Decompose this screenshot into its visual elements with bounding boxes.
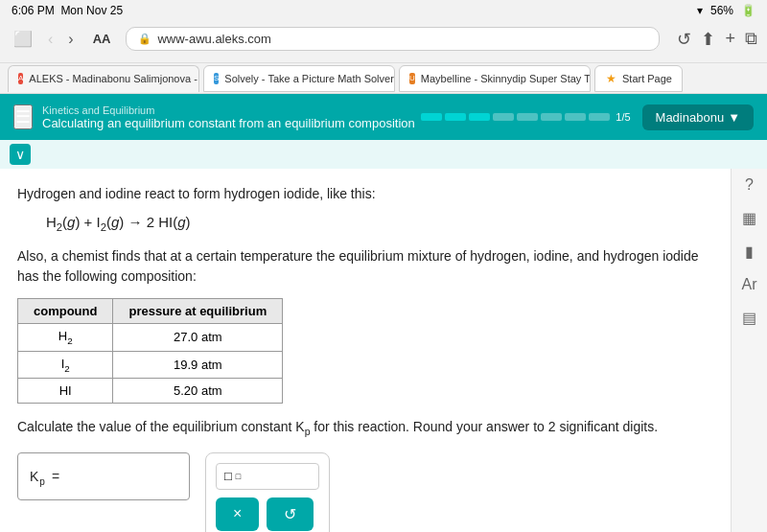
calc-question: Calculate the value of the equilibrium c… <box>17 419 713 437</box>
maybelline-favicon: U <box>409 73 415 84</box>
question-intro: Hydrogen and iodine react to form hydrog… <box>17 184 713 204</box>
status-bar: 6:06 PM Mon Nov 25 ▾ 56% 🔋 <box>0 0 767 21</box>
table-icon[interactable]: ▦ <box>742 209 756 227</box>
status-right: ▾ 56% 🔋 <box>697 4 755 17</box>
kp-answer-input[interactable] <box>73 469 150 484</box>
table-row-i2: I2 19.9 atm <box>18 351 283 379</box>
new-tab-button[interactable]: + <box>725 29 735 50</box>
browser-nav: ⬜ ‹ › AA 🔒 www-awu.aleks.com ↺ ⬆ + ⧉ <box>10 27 757 51</box>
periodic-table-icon[interactable]: Ar <box>742 276 757 293</box>
compound-h2: H2 <box>18 324 113 352</box>
calc-text-before: Calculate the value of the equilibrium c… <box>17 419 305 434</box>
lock-icon: 🔒 <box>138 33 151 45</box>
equilibrium-table: compound pressure at equilibrium H2 27.0… <box>17 298 283 404</box>
equation-block: H2(g) + I2(g) → 2 HI(g) <box>46 214 713 233</box>
kp-label: Kp = <box>30 469 65 484</box>
chevron-down-icon: ▼ <box>728 110 740 125</box>
browser-chrome: ⬜ ‹ › AA 🔒 www-awu.aleks.com ↺ ⬆ + ⧉ <box>0 21 767 63</box>
pressure-hi: 5.20 atm <box>113 379 283 404</box>
expand-button[interactable]: ∨ <box>10 144 31 165</box>
url-bar[interactable]: 🔒 www-awu.aleks.com <box>126 27 660 51</box>
tab-start-label: Start Page <box>622 73 672 84</box>
calc-display-box: □ <box>224 469 232 483</box>
progress-seg-3 <box>469 113 490 121</box>
progress-seg-2 <box>445 113 466 121</box>
equation-text: H2(g) + I2(g) → 2 HI(g) <box>46 214 191 230</box>
table-row-h2: H2 27.0 atm <box>18 324 283 352</box>
table-header-pressure: pressure at equilibrium <box>113 299 283 324</box>
page-title: Calculating an equilibrium constant from… <box>42 116 415 130</box>
url-text: www-awu.aleks.com <box>157 32 270 46</box>
tab-start[interactable]: ★ Start Page <box>594 65 683 92</box>
pressure-h2: 27.0 atm <box>113 324 283 352</box>
tabs-button[interactable]: ⧉ <box>745 29 757 50</box>
user-name: Madinabonu <box>656 110 725 125</box>
calc-buttons: × ↺ <box>216 497 319 531</box>
aleks-header-left: ☰ Kinetics and Equilibrium Calculating a… <box>13 104 415 130</box>
signal-strength: 56% <box>710 4 733 17</box>
equals-sign: = <box>52 469 59 484</box>
browser-actions: ↺ ⬆ + ⧉ <box>677 29 757 50</box>
calc-undo-button[interactable]: ↺ <box>267 497 314 531</box>
calc-display-superscript: □ <box>236 472 241 481</box>
also-text: Also, a chemist finds that at a certain … <box>17 246 713 287</box>
progress-seg-6 <box>541 113 562 121</box>
solvely-favicon: S <box>214 73 219 84</box>
share-button[interactable]: ⬆ <box>701 29 715 50</box>
hamburger-menu[interactable]: ☰ <box>13 104 33 129</box>
forward-button[interactable]: › <box>64 29 77 50</box>
wifi-icon: ▾ <box>697 4 703 17</box>
tab-solvely[interactable]: S Solvely - Take a Picture Math Solver..… <box>203 65 395 92</box>
aleks-header-right: 1/5 Madinabonu ▼ <box>421 104 754 130</box>
table-row-hi: HI 5.20 atm <box>18 379 283 404</box>
help-icon[interactable]: ? <box>745 176 754 194</box>
tabs-bar: A ALEKS - Madinabonu Salimjonova - L... … <box>0 63 767 94</box>
tab-solvely-label: Solvely - Take a Picture Math Solver... <box>224 73 395 84</box>
compound-i2: I2 <box>18 351 113 379</box>
battery-icon: 🔋 <box>741 4 755 17</box>
calculator-icon[interactable]: ▤ <box>742 309 756 327</box>
calc-display: □ □ <box>216 463 319 490</box>
star-favicon: ★ <box>605 73 616 84</box>
tab-aleks-label: ALEKS - Madinabonu Salimjonova - L... <box>29 73 199 84</box>
progress-seg-1 <box>421 113 442 121</box>
tab-aleks[interactable]: A ALEKS - Madinabonu Salimjonova - L... <box>8 65 199 92</box>
content-area: Hydrogen and iodine react to form hydrog… <box>0 169 731 532</box>
calc-clear-button[interactable]: × <box>216 497 259 531</box>
aleks-header: ☰ Kinetics and Equilibrium Calculating a… <box>0 94 767 140</box>
user-button[interactable]: Madinabonu ▼ <box>642 104 754 130</box>
aleks-favicon: A <box>18 73 23 84</box>
table-header-compound: compound <box>18 299 113 324</box>
input-section: Kp = □ □ × ↺ <box>17 452 713 532</box>
progress-seg-7 <box>565 113 586 121</box>
tab-maybelline-label: Maybelline - Skinnydip Super Stay Te... <box>421 73 591 84</box>
right-sidebar: ? ▦ ▮ Ar ▤ <box>731 169 767 532</box>
square-view-button[interactable]: ⬜ <box>10 28 36 50</box>
reload-button[interactable]: ↺ <box>677 29 691 50</box>
back-button[interactable]: ‹ <box>44 29 57 50</box>
compound-hi: HI <box>18 379 113 404</box>
kp-input-box: Kp = <box>17 452 190 500</box>
tab-maybelline[interactable]: U Maybelline - Skinnydip Super Stay Te..… <box>399 65 591 92</box>
main-layout: Hydrogen and iodine react to form hydrog… <box>0 169 767 532</box>
calc-text-after: for this reaction. Round your answer to … <box>310 419 658 434</box>
breadcrumb: Kinetics and Equilibrium <box>42 104 415 116</box>
progress-seg-4 <box>493 113 514 121</box>
kp-subscript: p <box>39 476 45 487</box>
aa-button[interactable]: AA <box>93 32 111 46</box>
pressure-i2: 19.9 atm <box>113 351 283 379</box>
progress-seg-5 <box>517 113 538 121</box>
progress-bar: 1/5 <box>421 111 630 123</box>
progress-label: 1/5 <box>616 111 630 123</box>
status-time: 6:06 PM Mon Nov 25 <box>12 4 123 17</box>
expand-bar: ∨ <box>0 140 767 169</box>
aleks-nav-info: Kinetics and Equilibrium Calculating an … <box>42 104 415 130</box>
chart-icon[interactable]: ▮ <box>745 243 754 261</box>
calculator-pad: □ □ × ↺ <box>205 452 330 532</box>
progress-seg-8 <box>589 113 610 121</box>
progress-segments <box>421 113 610 121</box>
